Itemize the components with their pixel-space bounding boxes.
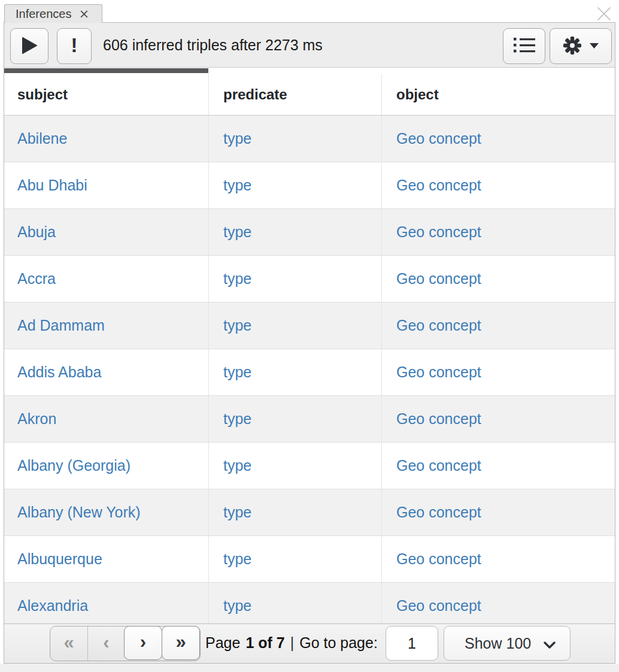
object-link[interactable]: Geo concept	[396, 597, 481, 615]
horizontal-scrollbar	[4, 68, 615, 74]
object-link[interactable]: Geo concept	[396, 364, 481, 381]
predicate-cell: type	[208, 489, 381, 535]
toolbar: ! 606 inferred triples after 2273 ms	[4, 23, 615, 68]
predicate-link[interactable]: type	[223, 364, 251, 381]
bottom-strip	[0, 664, 619, 672]
subject-link[interactable]: Ad Dammam	[17, 317, 105, 334]
run-inference-button[interactable]	[10, 28, 48, 64]
object-link[interactable]: Geo concept	[396, 270, 481, 287]
predicate-cell: type	[208, 116, 381, 162]
subject-link[interactable]: Abuja	[17, 223, 56, 241]
status-text: 606 inferred triples after 2273 ms	[103, 23, 323, 68]
table-row: Accra type Geo concept	[4, 256, 615, 302]
page-size-select[interactable]: Show 100	[444, 626, 571, 661]
predicate-link[interactable]: type	[223, 597, 251, 615]
predicate-link[interactable]: type	[223, 504, 251, 521]
subject-link[interactable]: Albany (Georgia)	[17, 457, 131, 474]
predicate-cell: type	[208, 162, 381, 208]
prev-page-button[interactable]: ‹	[87, 626, 125, 661]
object-link[interactable]: Geo concept	[396, 457, 481, 474]
subject-cell: Albany (New York)	[4, 489, 208, 535]
object-link[interactable]: Geo concept	[396, 504, 481, 521]
predicate-link[interactable]: type	[223, 177, 251, 194]
subject-cell: Accra	[4, 256, 208, 302]
page-label: Page	[205, 634, 240, 652]
predicate-link[interactable]: type	[223, 457, 251, 474]
object-link[interactable]: Geo concept	[396, 177, 481, 194]
table-header: subject predicate object	[4, 74, 615, 116]
predicate-link[interactable]: type	[223, 550, 251, 568]
pagination-bar: « ‹ › » Page 1 of 7 | Go to page: Show 1…	[4, 623, 615, 663]
subject-link[interactable]: Abilene	[17, 130, 67, 147]
predicate-cell: type	[208, 302, 381, 349]
object-cell: Geo concept	[381, 209, 615, 255]
subject-cell: Akron	[4, 396, 208, 442]
predicate-cell: type	[208, 349, 381, 395]
object-cell: Geo concept	[381, 489, 615, 535]
subject-link[interactable]: Addis Ababa	[17, 364, 101, 381]
predicate-cell: type	[208, 443, 381, 489]
predicate-cell: type	[208, 536, 381, 582]
page-info: Page 1 of 7 | Go to page:	[205, 624, 378, 662]
subject-link[interactable]: Akron	[17, 410, 56, 428]
predicate-link[interactable]: type	[223, 410, 251, 428]
object-link[interactable]: Geo concept	[396, 550, 481, 568]
table-row: Albany (New York) type Geo concept	[4, 489, 615, 536]
subject-link[interactable]: Alexandria	[17, 597, 88, 615]
play-icon	[21, 37, 38, 56]
predicate-cell: type	[208, 396, 381, 442]
settings-button[interactable]	[550, 28, 612, 64]
subject-cell: Abuja	[4, 209, 208, 255]
column-header-predicate: predicate	[208, 74, 381, 115]
subject-cell: Albany (Georgia)	[4, 443, 208, 489]
inferences-panel: ! 606 inferred triples after 2273 ms	[4, 22, 615, 664]
predicate-cell: type	[208, 256, 381, 302]
last-page-button[interactable]: »	[162, 626, 200, 660]
subject-cell: Alexandria	[4, 583, 208, 629]
table-row: Akron type Geo concept	[4, 396, 615, 443]
predicate-link[interactable]: type	[223, 130, 251, 147]
table-row: Alexandria type Geo concept	[4, 583, 615, 629]
predicate-cell: type	[208, 209, 381, 255]
object-cell: Geo concept	[381, 396, 615, 442]
object-cell: Geo concept	[381, 162, 615, 208]
table-row: Albuquerque type Geo concept	[4, 536, 615, 583]
predicate-link[interactable]: type	[223, 270, 251, 287]
scrollbar-thumb[interactable]	[4, 68, 208, 73]
object-link[interactable]: Geo concept	[396, 130, 481, 147]
object-link[interactable]: Geo concept	[396, 317, 481, 334]
page-size-value: Show 100	[465, 635, 531, 652]
table-row: Albany (Georgia) type Geo concept	[4, 443, 615, 489]
table-row: Abilene type Geo concept	[4, 116, 615, 162]
object-link[interactable]: Geo concept	[396, 410, 481, 428]
exclamation-icon: !	[71, 34, 77, 57]
object-link[interactable]: Geo concept	[396, 223, 481, 241]
subject-link[interactable]: Albuquerque	[17, 550, 102, 568]
predicate-link[interactable]: type	[223, 223, 251, 241]
next-page-button[interactable]: ›	[124, 626, 162, 660]
page-value: 1 of 7	[245, 634, 284, 652]
subject-link[interactable]: Abu Dhabi	[17, 177, 87, 194]
object-cell: Geo concept	[381, 443, 615, 489]
results-list-button[interactable]	[503, 28, 545, 64]
subject-link[interactable]: Albany (New York)	[17, 504, 141, 521]
subject-link[interactable]: Accra	[17, 270, 56, 287]
gear-icon	[563, 36, 582, 57]
table-row: Addis Ababa type Geo concept	[4, 349, 615, 396]
subject-cell: Abilene	[4, 116, 208, 162]
goto-page-input[interactable]	[386, 626, 438, 661]
object-cell: Geo concept	[381, 256, 615, 302]
predicate-link[interactable]: type	[223, 317, 251, 334]
explain-button[interactable]: !	[57, 28, 92, 64]
first-page-button[interactable]: «	[50, 626, 87, 661]
tab-inferences[interactable]: Inferences	[4, 4, 102, 23]
table-row: Abu Dhabi type Geo concept	[4, 162, 615, 209]
table-body: Abilene type Geo concept Abu Dhabi type …	[4, 116, 615, 629]
subject-cell: Ad Dammam	[4, 302, 208, 349]
list-icon	[514, 37, 535, 55]
subject-cell: Albuquerque	[4, 536, 208, 582]
object-cell: Geo concept	[381, 536, 615, 582]
tab-close-icon[interactable]	[80, 10, 89, 19]
table-row: Abuja type Geo concept	[4, 209, 615, 256]
close-icon[interactable]	[595, 5, 613, 23]
